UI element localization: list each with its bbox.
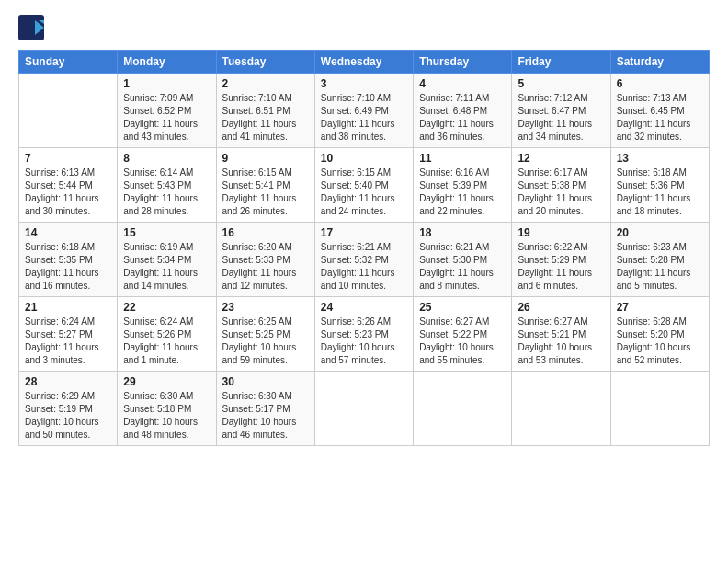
day-number: 14 xyxy=(25,226,111,239)
calendar-table: SundayMondayTuesdayWednesdayThursdayFrid… xyxy=(18,50,710,446)
day-info: Sunrise: 6:21 AM Sunset: 5:32 PM Dayligh… xyxy=(321,241,407,293)
day-cell: 8Sunrise: 6:14 AM Sunset: 5:43 PM Daylig… xyxy=(118,148,216,223)
page-header xyxy=(18,15,710,40)
day-number: 16 xyxy=(222,226,309,239)
day-info: Sunrise: 7:13 AM Sunset: 6:45 PM Dayligh… xyxy=(617,92,703,144)
day-info: Sunrise: 6:19 AM Sunset: 5:34 PM Dayligh… xyxy=(123,241,210,293)
calendar-page: SundayMondayTuesdayWednesdayThursdayFrid… xyxy=(0,0,728,563)
day-number: 28 xyxy=(25,375,111,388)
day-info: Sunrise: 6:27 AM Sunset: 5:22 PM Dayligh… xyxy=(419,316,506,367)
day-number: 10 xyxy=(321,152,407,165)
day-cell xyxy=(512,372,610,446)
day-number: 12 xyxy=(518,152,604,165)
day-info: Sunrise: 6:24 AM Sunset: 5:26 PM Dayligh… xyxy=(123,316,210,367)
day-cell: 23Sunrise: 6:25 AM Sunset: 5:25 PM Dayli… xyxy=(216,297,314,372)
day-info: Sunrise: 6:21 AM Sunset: 5:30 PM Dayligh… xyxy=(419,241,506,293)
day-cell xyxy=(19,74,118,148)
day-number: 21 xyxy=(25,301,111,314)
day-cell: 1Sunrise: 7:09 AM Sunset: 6:52 PM Daylig… xyxy=(118,74,216,148)
header-monday: Monday xyxy=(118,51,216,74)
day-number: 20 xyxy=(617,226,703,239)
day-number: 25 xyxy=(419,301,506,314)
day-number: 19 xyxy=(518,226,604,239)
header-friday: Friday xyxy=(512,51,610,74)
day-number: 23 xyxy=(222,301,309,314)
day-cell: 5Sunrise: 7:12 AM Sunset: 6:47 PM Daylig… xyxy=(512,74,610,148)
day-cell: 19Sunrise: 6:22 AM Sunset: 5:29 PM Dayli… xyxy=(512,223,610,297)
header-wednesday: Wednesday xyxy=(314,51,413,74)
day-number: 8 xyxy=(123,152,210,165)
day-info: Sunrise: 6:18 AM Sunset: 5:36 PM Dayligh… xyxy=(617,167,703,218)
day-number: 30 xyxy=(222,375,309,388)
day-cell: 27Sunrise: 6:28 AM Sunset: 5:20 PM Dayli… xyxy=(610,297,709,372)
header-saturday: Saturday xyxy=(610,51,709,74)
week-row-4: 28Sunrise: 6:29 AM Sunset: 5:19 PM Dayli… xyxy=(19,372,710,446)
day-info: Sunrise: 6:24 AM Sunset: 5:27 PM Dayligh… xyxy=(25,316,111,367)
day-info: Sunrise: 6:15 AM Sunset: 5:41 PM Dayligh… xyxy=(222,167,309,218)
day-cell: 10Sunrise: 6:15 AM Sunset: 5:40 PM Dayli… xyxy=(314,148,413,223)
day-info: Sunrise: 6:23 AM Sunset: 5:28 PM Dayligh… xyxy=(617,241,703,293)
day-cell: 13Sunrise: 6:18 AM Sunset: 5:36 PM Dayli… xyxy=(610,148,709,223)
day-cell: 21Sunrise: 6:24 AM Sunset: 5:27 PM Dayli… xyxy=(19,297,118,372)
day-number: 4 xyxy=(419,77,506,90)
week-row-2: 14Sunrise: 6:18 AM Sunset: 5:35 PM Dayli… xyxy=(19,223,710,297)
day-info: Sunrise: 6:15 AM Sunset: 5:40 PM Dayligh… xyxy=(321,167,407,218)
day-number: 5 xyxy=(518,77,604,90)
day-number: 6 xyxy=(617,77,703,90)
week-row-3: 21Sunrise: 6:24 AM Sunset: 5:27 PM Dayli… xyxy=(19,297,710,372)
day-number: 24 xyxy=(321,301,407,314)
day-info: Sunrise: 6:26 AM Sunset: 5:23 PM Dayligh… xyxy=(321,316,407,367)
day-info: Sunrise: 6:20 AM Sunset: 5:33 PM Dayligh… xyxy=(222,241,309,293)
day-cell: 30Sunrise: 6:30 AM Sunset: 5:17 PM Dayli… xyxy=(216,372,314,446)
day-cell: 12Sunrise: 6:17 AM Sunset: 5:38 PM Dayli… xyxy=(512,148,610,223)
day-cell: 9Sunrise: 6:15 AM Sunset: 5:41 PM Daylig… xyxy=(216,148,314,223)
day-info: Sunrise: 6:30 AM Sunset: 5:17 PM Dayligh… xyxy=(222,390,309,442)
day-info: Sunrise: 6:17 AM Sunset: 5:38 PM Dayligh… xyxy=(518,167,604,218)
day-cell: 24Sunrise: 6:26 AM Sunset: 5:23 PM Dayli… xyxy=(314,297,413,372)
day-info: Sunrise: 6:28 AM Sunset: 5:20 PM Dayligh… xyxy=(617,316,703,367)
header-tuesday: Tuesday xyxy=(216,51,314,74)
day-number: 29 xyxy=(123,375,210,388)
day-number: 22 xyxy=(123,301,210,314)
day-cell: 29Sunrise: 6:30 AM Sunset: 5:18 PM Dayli… xyxy=(118,372,216,446)
day-cell: 2Sunrise: 7:10 AM Sunset: 6:51 PM Daylig… xyxy=(216,74,314,148)
day-cell: 25Sunrise: 6:27 AM Sunset: 5:22 PM Dayli… xyxy=(414,297,512,372)
day-info: Sunrise: 6:29 AM Sunset: 5:19 PM Dayligh… xyxy=(25,390,111,442)
day-number: 13 xyxy=(617,152,703,165)
day-cell: 17Sunrise: 6:21 AM Sunset: 5:32 PM Dayli… xyxy=(314,223,413,297)
day-number: 1 xyxy=(123,77,210,90)
logo-icon xyxy=(18,15,44,40)
day-info: Sunrise: 7:09 AM Sunset: 6:52 PM Dayligh… xyxy=(123,92,210,144)
day-info: Sunrise: 6:18 AM Sunset: 5:35 PM Dayligh… xyxy=(25,241,111,293)
day-info: Sunrise: 6:14 AM Sunset: 5:43 PM Dayligh… xyxy=(123,167,210,218)
day-number: 2 xyxy=(222,77,309,90)
day-cell xyxy=(414,372,512,446)
day-cell: 15Sunrise: 6:19 AM Sunset: 5:34 PM Dayli… xyxy=(118,223,216,297)
day-cell: 14Sunrise: 6:18 AM Sunset: 5:35 PM Dayli… xyxy=(19,223,118,297)
day-number: 18 xyxy=(419,226,506,239)
day-cell: 11Sunrise: 6:16 AM Sunset: 5:39 PM Dayli… xyxy=(414,148,512,223)
day-info: Sunrise: 7:11 AM Sunset: 6:48 PM Dayligh… xyxy=(419,92,506,144)
day-info: Sunrise: 7:10 AM Sunset: 6:51 PM Dayligh… xyxy=(222,92,309,144)
day-info: Sunrise: 7:10 AM Sunset: 6:49 PM Dayligh… xyxy=(321,92,407,144)
day-cell xyxy=(314,372,413,446)
day-info: Sunrise: 7:12 AM Sunset: 6:47 PM Dayligh… xyxy=(518,92,604,144)
day-number: 3 xyxy=(321,77,407,90)
day-number: 11 xyxy=(419,152,506,165)
day-cell: 22Sunrise: 6:24 AM Sunset: 5:26 PM Dayli… xyxy=(118,297,216,372)
day-number: 17 xyxy=(321,226,407,239)
day-number: 7 xyxy=(25,152,111,165)
logo xyxy=(18,15,48,40)
day-number: 9 xyxy=(222,152,309,165)
day-cell: 4Sunrise: 7:11 AM Sunset: 6:48 PM Daylig… xyxy=(414,74,512,148)
week-row-1: 7Sunrise: 6:13 AM Sunset: 5:44 PM Daylig… xyxy=(19,148,710,223)
day-number: 27 xyxy=(617,301,703,314)
day-cell: 20Sunrise: 6:23 AM Sunset: 5:28 PM Dayli… xyxy=(610,223,709,297)
day-info: Sunrise: 6:13 AM Sunset: 5:44 PM Dayligh… xyxy=(25,167,111,218)
header-sunday: Sunday xyxy=(19,51,118,74)
header-row: SundayMondayTuesdayWednesdayThursdayFrid… xyxy=(19,51,710,74)
day-cell xyxy=(610,372,709,446)
day-cell: 6Sunrise: 7:13 AM Sunset: 6:45 PM Daylig… xyxy=(610,74,709,148)
week-row-0: 1Sunrise: 7:09 AM Sunset: 6:52 PM Daylig… xyxy=(19,74,710,148)
day-info: Sunrise: 6:27 AM Sunset: 5:21 PM Dayligh… xyxy=(518,316,604,367)
